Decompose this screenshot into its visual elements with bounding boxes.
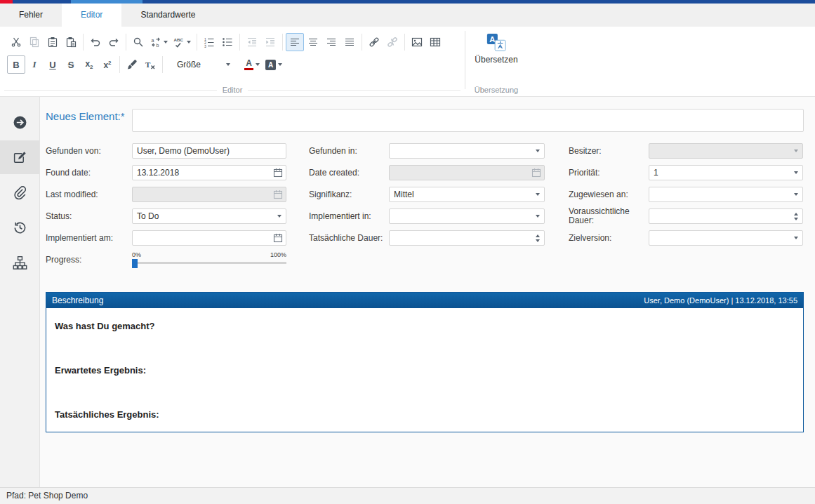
found-date-input[interactable] [132, 165, 286, 180]
copy-button [25, 33, 44, 51]
table-icon [430, 37, 441, 48]
font-size-dropdown-label: Größe [177, 60, 201, 69]
new-element-input[interactable] [132, 109, 804, 132]
description-panel: Beschreibung User, Demo (DemoUser) | 13.… [46, 292, 804, 432]
status-dropdown[interactable]: To Do [132, 208, 286, 224]
align-left-icon [289, 37, 300, 48]
spellcheck-button[interactable]: ABC [171, 33, 194, 51]
paste-special-button[interactable] [62, 33, 80, 51]
toolbar-separator [282, 34, 283, 51]
gefunden-in-dropdown[interactable] [389, 143, 545, 159]
clear-formatting-button[interactable]: T [141, 55, 159, 74]
tab-fehler[interactable]: Fehler [0, 4, 62, 27]
numbered-list-icon: 123 [204, 37, 215, 48]
tab-standardwerte[interactable]: Standardwerte [121, 4, 214, 27]
translate-icon: A [486, 32, 507, 53]
subscript-button[interactable]: x2 [80, 55, 98, 74]
insert-link-button[interactable] [365, 33, 383, 51]
progress-label: Progress: [46, 256, 132, 265]
align-left-button[interactable] [286, 33, 304, 51]
tatsaechliche-dauer-spinner[interactable] [389, 230, 545, 246]
date-created-label: Date created: [309, 168, 389, 178]
superscript-button[interactable]: x2 [98, 55, 117, 74]
tab-editor[interactable]: Editor [62, 4, 121, 27]
sidebar-item-navigate[interactable] [0, 105, 39, 139]
font-color-button[interactable]: A [241, 55, 263, 74]
ribbon-group-editor-caption: Editor [0, 86, 465, 94]
sidebar-item-hierarchy[interactable] [0, 246, 39, 279]
spin-up-icon[interactable] [794, 213, 798, 215]
align-center-button[interactable] [304, 33, 322, 51]
status-value: To Do [137, 211, 275, 221]
dropdown-caret-icon [794, 171, 798, 174]
ribbon-group-translate-caption: Übersetzung [465, 86, 527, 94]
cut-button[interactable] [7, 33, 25, 51]
tatsaechliche-dauer-label: Tatsächliche Dauer: [309, 234, 389, 243]
format-painter-button[interactable] [123, 55, 141, 74]
last-modified-label: Last modified: [46, 190, 132, 199]
implementiert-in-dropdown[interactable] [389, 208, 545, 224]
link-icon [369, 37, 380, 48]
insert-table-button[interactable] [426, 33, 444, 51]
bullet-list-button[interactable] [218, 33, 237, 51]
align-right-button[interactable] [322, 33, 340, 51]
underline-button[interactable]: U [44, 55, 62, 74]
zugewiesen-an-dropdown[interactable] [649, 187, 803, 202]
implementiert-am-input[interactable] [132, 230, 286, 246]
sidebar-item-edit[interactable] [0, 140, 39, 174]
field-row-found-date: Found date: [46, 165, 286, 180]
dropdown-caret-icon [226, 63, 230, 66]
prioritaet-dropdown[interactable]: 1 [649, 165, 803, 180]
search-button[interactable] [129, 33, 147, 51]
calendar-icon[interactable] [270, 231, 286, 245]
field-column-3: Besitzer: Priorität: 1 Zugewiesen an: Vo… [569, 143, 803, 274]
strikethrough-glyph: S [68, 60, 74, 70]
description-editor-body[interactable]: Was hast Du gemacht? Erwartetes Ergebnis… [46, 308, 803, 433]
bold-button[interactable]: B [7, 55, 25, 74]
field-row-implementiert-in: Implementiert in: [309, 208, 545, 224]
paperclip-icon [13, 185, 27, 200]
font-size-dropdown[interactable]: Größe [173, 56, 234, 73]
field-row-gefunden-von: Gefunden von: [46, 143, 286, 159]
undo-button[interactable] [86, 33, 105, 51]
dropdown-caret-icon [536, 215, 540, 218]
numbered-list-button[interactable]: 123 [200, 33, 218, 51]
spin-down-icon[interactable] [794, 218, 798, 220]
strikethrough-button[interactable]: S [62, 55, 80, 74]
calendar-icon [529, 166, 544, 180]
ribbon: ab ABC 123 B I U S x2 x2 [0, 27, 815, 97]
voraussichtliche-dauer-spinner[interactable] [649, 208, 803, 224]
signifikanz-dropdown[interactable]: Mittel [389, 187, 545, 202]
insert-image-button[interactable] [408, 33, 426, 51]
redo-button[interactable] [105, 33, 123, 51]
fill-color-button[interactable]: A [263, 55, 285, 74]
progress-slider[interactable]: 0%100% [132, 252, 286, 267]
progress-slider-track[interactable] [132, 259, 286, 268]
ribbon-tab-bar: Fehler Editor Standardwerte [0, 4, 815, 27]
spinner-buttons[interactable] [536, 234, 540, 242]
paste-button[interactable] [44, 33, 62, 51]
spinner-buttons[interactable] [794, 213, 798, 220]
sidebar-item-attachments[interactable] [0, 175, 39, 209]
align-center-icon [307, 37, 319, 48]
gefunden-von-input[interactable] [132, 143, 286, 159]
dropdown-caret-icon [256, 63, 260, 66]
toolbar-separator [239, 34, 240, 51]
zielversion-dropdown[interactable] [649, 230, 803, 246]
italic-button[interactable]: I [25, 55, 44, 74]
progress-slider-handle[interactable] [132, 259, 138, 268]
translate-button-label: Übersetzen [475, 55, 517, 65]
translate-button[interactable]: A Übersetzen [470, 29, 522, 67]
zugewiesen-an-label: Zugewiesen an: [569, 190, 649, 199]
field-row-zielversion: Zielversion: [569, 230, 803, 246]
field-row-progress: Progress: 0%100% [46, 252, 286, 267]
replace-button[interactable]: ab [147, 33, 171, 51]
svg-text:b: b [157, 43, 159, 48]
dropdown-caret-icon [536, 193, 540, 196]
spin-down-icon[interactable] [536, 239, 540, 242]
calendar-icon[interactable] [270, 166, 286, 180]
spin-up-icon[interactable] [536, 234, 540, 237]
justify-button[interactable] [340, 33, 359, 51]
sidebar-item-history[interactable] [0, 211, 39, 244]
redo-icon [108, 37, 119, 48]
